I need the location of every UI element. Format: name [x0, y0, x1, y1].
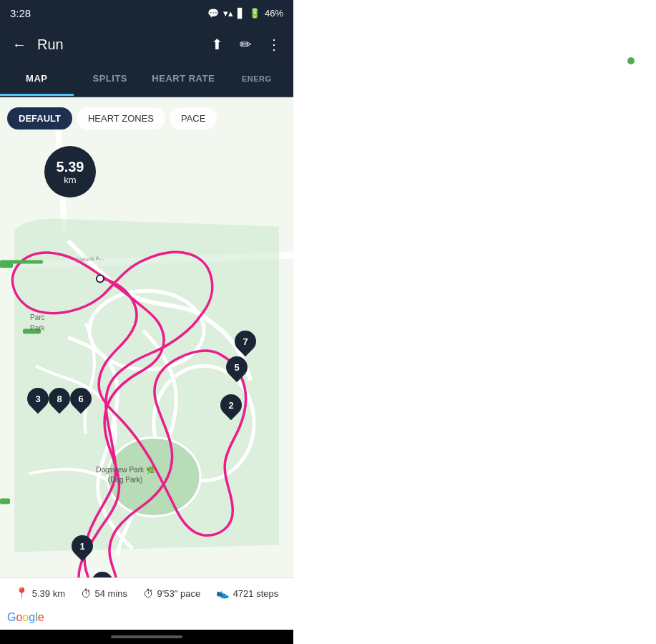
stat-distance: 📍 5.39 km [15, 587, 65, 600]
pin-4: 4 [92, 572, 113, 577]
signal-icon: ▋ [238, 8, 245, 19]
svg-text:Dogsview Park 🌿: Dogsview Park 🌿 [96, 465, 155, 474]
tabs: MAP SPLITS HEART RATE ENERG [0, 63, 293, 97]
svg-rect-11 [0, 260, 43, 264]
back-button[interactable]: ← [9, 36, 30, 53]
filter-heart-zones[interactable]: HEART ZONES [77, 107, 165, 130]
bottom-stats: 📍 5.39 km ⏱ 54 mins ⏱ 9'53" pace 👟 4721 … [0, 577, 293, 608]
edit-button[interactable]: ✏ [235, 36, 256, 53]
time-icon: ⏱ [81, 587, 92, 600]
distance-bubble: 5.39 km [44, 146, 96, 197]
wifi-icon: ▾▴ [223, 8, 233, 19]
google-logo: Google [7, 611, 44, 624]
battery-icon: 🔋 [249, 8, 260, 19]
message-icon: 💬 [207, 8, 219, 19]
phone-frame: 3:28 💬 ▾▴ ▋ 🔋 46% ← Run ⬆ ✏ ⋮ MAP SPLITS… [0, 0, 293, 644]
pin-3: 3 [27, 388, 49, 409]
more-button[interactable]: ⋮ [263, 36, 285, 53]
pin-5: 5 [226, 356, 248, 378]
tab-heart-rate[interactable]: HEART RATE [147, 63, 220, 96]
status-time: 3:28 [10, 7, 31, 19]
map-area: Canuck A... Parc Park Dogsview Park 🌿 (D… [0, 97, 293, 577]
google-brand: Google [0, 608, 293, 630]
svg-text:(Dog Park): (Dog Park) [108, 476, 142, 484]
map-filters: DEFAULT HEART ZONES PACE [7, 107, 217, 130]
pace-stat-value: 9'53" pace [157, 588, 201, 599]
tab-energy[interactable]: ENERG [220, 63, 294, 96]
filter-pace[interactable]: PACE [170, 107, 217, 130]
status-bar: 3:28 💬 ▾▴ ▋ 🔋 46% [0, 0, 293, 26]
pin-8: 8 [49, 388, 70, 409]
pin-6: 6 [70, 388, 92, 409]
home-indicator [0, 630, 293, 644]
green-dot [627, 57, 635, 64]
top-bar: ← Run ⬆ ✏ ⋮ [0, 26, 293, 63]
pin-1: 1 [72, 535, 93, 557]
svg-rect-10 [0, 499, 10, 504]
tab-map[interactable]: MAP [0, 63, 74, 96]
svg-text:Parc: Parc [30, 313, 45, 321]
right-space [293, 0, 656, 644]
home-bar [111, 635, 182, 638]
share-button[interactable]: ⬆ [206, 36, 227, 53]
pin-7: 7 [235, 331, 256, 352]
stat-pace: ⏱ 9'53" pace [143, 587, 201, 600]
battery-percent: 46% [265, 8, 283, 19]
page-title: Run [37, 36, 199, 53]
stat-steps: 👟 4721 steps [216, 587, 279, 600]
svg-text:Park: Park [30, 324, 46, 332]
filter-default[interactable]: DEFAULT [7, 107, 72, 130]
steps-icon: 👟 [216, 587, 230, 600]
stat-time: ⏱ 54 mins [81, 587, 128, 600]
distance-value: 5.39 [57, 159, 84, 175]
pin-2: 2 [220, 394, 242, 416]
pace-icon: ⏱ [143, 587, 154, 600]
time-stat-value: 54 mins [95, 588, 128, 599]
distance-unit: km [64, 175, 76, 185]
distance-icon: 📍 [15, 587, 29, 600]
svg-point-7 [97, 275, 104, 283]
status-icons: 💬 ▾▴ ▋ 🔋 46% [207, 8, 283, 19]
tab-splits[interactable]: SPLITS [74, 63, 147, 96]
steps-stat-value: 4721 steps [233, 588, 279, 599]
distance-stat-value: 5.39 km [32, 588, 65, 599]
